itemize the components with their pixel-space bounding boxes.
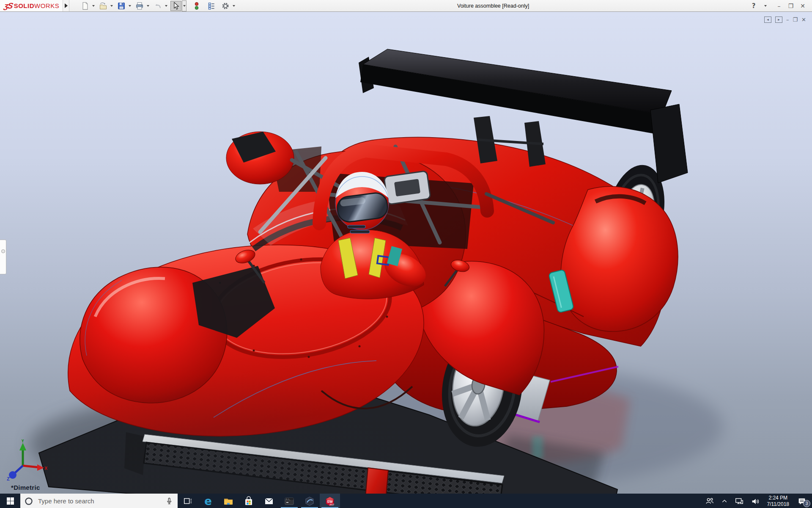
open-dropdown[interactable] — [109, 1, 114, 11]
search-box[interactable] — [20, 494, 178, 508]
doc-restore-button[interactable]: ❐ — [793, 16, 798, 23]
undo-dropdown[interactable] — [164, 1, 168, 11]
collapsed-panel-tab[interactable] — [0, 240, 6, 274]
store-icon — [244, 496, 254, 506]
panel-tab-dot — [1, 249, 5, 253]
search-input[interactable] — [37, 497, 161, 505]
window-controls: ? – ❐ ✕ — [749, 1, 812, 11]
open-folder-icon — [99, 2, 107, 10]
air-intake-box — [384, 171, 431, 205]
edge-button[interactable]: e — [198, 494, 218, 508]
solidworks-taskbar-button[interactable]: SW 2017 — [320, 494, 340, 508]
cortana-icon — [25, 497, 33, 505]
screen: ʒS SOLIDWORKS — [0, 0, 812, 508]
collapse-left-button[interactable]: ◂ — [764, 16, 771, 23]
action-center-button[interactable]: 3 — [793, 494, 810, 508]
new-document-icon — [81, 2, 89, 10]
solidworks-logo: ʒS SOLIDWORKS — [0, 0, 63, 11]
new-document-dropdown[interactable] — [91, 1, 96, 11]
print-button[interactable] — [134, 1, 145, 11]
triad-z-label: Z — [7, 476, 10, 481]
network-button[interactable] — [732, 494, 747, 508]
network-icon — [735, 497, 744, 506]
brand-solid: SOLID — [14, 2, 34, 9]
rebuild-stoplight-icon — [192, 2, 201, 10]
edge-icon: e — [204, 496, 212, 507]
people-icon — [705, 497, 714, 506]
solidworks-app-icon: SW 2017 — [324, 496, 335, 507]
doc-minimize-button[interactable]: – — [786, 16, 789, 23]
undo-button[interactable] — [152, 1, 163, 11]
taskbar-clock[interactable]: 2:24 PM 7/11/2018 — [764, 495, 793, 508]
document-window-controls: ◂ ▸ – ❐ ✕ — [764, 16, 806, 23]
orientation-triad: Y X Z — [5, 439, 47, 482]
minimize-button[interactable]: – — [774, 1, 784, 11]
restore-button[interactable]: ❐ — [786, 1, 796, 11]
hidden-icons-chevron[interactable] — [718, 494, 731, 508]
right-arrow-icon — [64, 3, 68, 8]
help-dropdown[interactable] — [760, 1, 771, 11]
mail-button[interactable] — [259, 494, 279, 508]
microphone-icon[interactable] — [165, 497, 173, 505]
document-title: Voiture assomblee [Read-only] — [238, 3, 749, 9]
tray-date: 7/11/2018 — [767, 501, 790, 508]
chevron-up-icon — [721, 498, 728, 505]
collapse-right-button[interactable]: ▸ — [775, 16, 782, 23]
select-button[interactable] — [170, 1, 181, 11]
triad-x-label: X — [44, 466, 47, 471]
select-dropdown[interactable] — [182, 0, 187, 11]
command-prompt-button[interactable]: C:\_ — [279, 494, 299, 508]
menu-expand-arrow[interactable] — [63, 0, 69, 11]
triad-y-label: Y — [21, 439, 25, 443]
start-button[interactable] — [0, 494, 20, 508]
doc-close-button[interactable]: ✕ — [801, 16, 806, 23]
speaker-icon — [751, 497, 760, 506]
options-button[interactable] — [220, 1, 231, 11]
options-dropdown[interactable] — [231, 1, 236, 11]
print-dropdown[interactable] — [145, 1, 150, 11]
file-properties-button[interactable] — [206, 1, 217, 11]
save-dropdown[interactable] — [127, 1, 132, 11]
view-orientation-label: *Dimetric — [11, 484, 40, 491]
people-button[interactable] — [702, 494, 717, 508]
microsoft-store-button[interactable] — [239, 494, 259, 508]
file-explorer-button[interactable] — [218, 494, 239, 508]
close-button[interactable]: ✕ — [798, 1, 808, 11]
windows-taskbar: e — [0, 494, 812, 508]
notification-badge: 3 — [803, 500, 810, 507]
file-properties-icon — [207, 2, 216, 10]
solidworks-logo-mark: ʒS — [3, 1, 13, 11]
taskbar-app-icons: e — [178, 494, 340, 508]
command-prompt-icon: C:\_ — [284, 496, 294, 506]
new-document-button[interactable] — [80, 1, 91, 11]
undo-icon — [154, 2, 162, 10]
mail-icon — [264, 496, 274, 506]
select-cursor-icon — [172, 2, 180, 10]
task-view-icon — [183, 497, 192, 506]
system-tray: 2:24 PM 7/11/2018 3 — [702, 494, 812, 508]
volume-button[interactable] — [748, 494, 763, 508]
save-button[interactable] — [116, 1, 127, 11]
help-button[interactable]: ? — [749, 1, 759, 11]
file-explorer-icon — [223, 496, 233, 506]
brand-works: WORKS — [34, 2, 59, 9]
app-titlebar: ʒS SOLIDWORKS — [0, 0, 812, 12]
windows-logo-icon — [7, 497, 14, 505]
edrawings-hexagon-icon — [304, 496, 315, 506]
tray-time: 2:24 PM — [767, 495, 790, 501]
viewport-3d[interactable]: ◂ ▸ – ❐ ✕ Y X Z *Dimetric — [0, 12, 812, 494]
print-icon — [135, 2, 144, 10]
model-voiture-assemblee[interactable] — [0, 12, 812, 494]
taskbar-spacer — [340, 494, 702, 508]
rebuild-button[interactable] — [191, 1, 202, 11]
svg-text:2017: 2017 — [329, 503, 334, 506]
solidworks-wordmark: SOLIDWORKS — [14, 2, 60, 9]
standard-toolbar — [80, 0, 238, 11]
save-icon — [117, 2, 126, 10]
options-gear-icon — [221, 2, 230, 10]
open-button[interactable] — [98, 1, 109, 11]
task-view-button[interactable] — [178, 494, 198, 508]
edrawings-button[interactable] — [299, 494, 320, 508]
